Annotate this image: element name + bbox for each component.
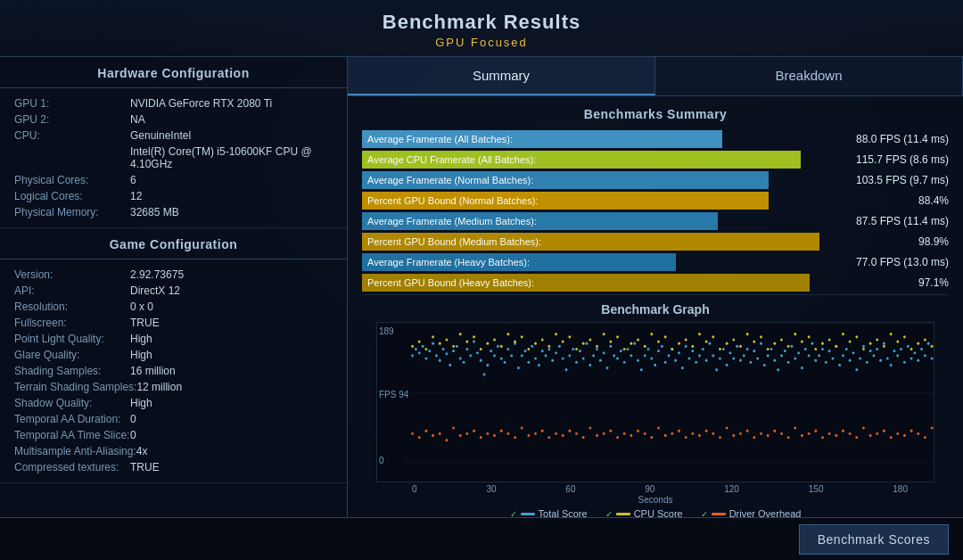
msaa-label: Multisample Anti-Aliasing:	[14, 445, 136, 457]
right-panel: Summary Breakdown Benchmarks Summary Ave…	[348, 57, 963, 517]
svg-point-177	[555, 333, 557, 335]
fullscreen-row: Fullscreen: TRUE	[14, 315, 333, 331]
bench-bar-label-1: Average Framerate (All Batches):	[367, 134, 513, 144]
svg-point-136	[866, 361, 868, 364]
svg-point-219	[842, 333, 844, 335]
svg-point-120	[811, 342, 814, 345]
svg-point-293	[821, 436, 824, 439]
graph-container: 189 FPS 94 0	[376, 322, 934, 482]
svg-point-274	[691, 432, 694, 435]
svg-point-86	[695, 361, 697, 364]
bench-bar-label-6: Percent GPU Bound (Medium Batches):	[367, 236, 541, 247]
svg-point-88	[702, 348, 704, 350]
svg-point-94	[722, 348, 725, 350]
svg-point-27	[493, 354, 496, 357]
svg-point-129	[842, 354, 844, 357]
svg-point-63	[616, 357, 619, 359]
svg-point-244	[486, 432, 489, 435]
svg-point-271	[671, 432, 673, 435]
legend-cpu-score: ✓ CPU Score	[605, 508, 683, 517]
svg-point-200	[712, 335, 714, 338]
temporal-aa-slice-label: Temporal AA Time Slice:	[14, 429, 130, 441]
graph-x-title: Seconds	[376, 495, 934, 505]
svg-point-264	[623, 432, 626, 435]
svg-point-50	[572, 348, 574, 350]
svg-point-301	[876, 432, 878, 435]
svg-point-175	[541, 338, 544, 341]
graph-y-zero: 0	[379, 456, 384, 465]
bench-bar-container-4: Percent GPU Bound (Normal Batches):	[362, 192, 824, 210]
svg-point-46	[558, 345, 561, 348]
svg-point-68	[633, 342, 636, 345]
svg-point-262	[609, 430, 612, 432]
svg-point-169	[500, 345, 503, 348]
benchmark-scores-button[interactable]: Benchmark Scores	[799, 524, 949, 555]
svg-point-174	[534, 342, 537, 345]
svg-point-67	[630, 354, 632, 357]
bench-row-5: Average Framerate (Medium Batches): 87.5…	[362, 212, 949, 230]
svg-point-246	[500, 430, 503, 432]
bench-row-3: Average Framerate (Normal Batches): 103.…	[362, 171, 949, 189]
tab-breakdown[interactable]: Breakdown	[655, 57, 963, 95]
svg-point-152	[920, 348, 923, 350]
svg-point-78	[668, 354, 671, 357]
bench-bar-7: Average Framerate (Heavy Batches):	[362, 253, 676, 271]
legend-check-driver: ✓	[701, 509, 708, 518]
temporal-aa-dur-row: Temporal AA Duration: 0	[14, 411, 333, 427]
glare-row: Glare Quality: High	[14, 347, 333, 363]
svg-point-278	[719, 436, 721, 439]
bench-bar-4: Percent GPU Bound (Normal Batches):	[362, 192, 769, 210]
svg-point-98	[736, 345, 738, 348]
svg-point-268	[650, 436, 653, 439]
svg-point-12	[442, 348, 445, 350]
svg-point-51	[575, 361, 578, 364]
svg-point-276	[705, 430, 708, 432]
svg-point-202	[726, 342, 728, 345]
svg-point-102	[750, 361, 753, 364]
svg-point-238	[445, 439, 448, 441]
svg-point-82	[681, 366, 684, 369]
svg-point-254	[555, 432, 557, 435]
bench-bar-label-8: Percent GPU Bound (Heavy Batches):	[367, 277, 534, 288]
svg-point-280	[732, 434, 735, 437]
svg-point-273	[685, 436, 687, 439]
bench-bar-8: Percent GPU Bound (Heavy Batches):	[362, 274, 810, 292]
svg-point-239	[452, 426, 455, 429]
graph-section: Benchmark Graph 189 FPS 94 0	[362, 294, 949, 517]
bench-bar-container-6: Percent GPU Bound (Medium Batches):	[362, 233, 824, 251]
svg-point-290	[801, 434, 803, 437]
svg-point-181	[582, 342, 585, 345]
cpu-row: CPU: GenuineIntel	[14, 128, 333, 144]
svg-point-225	[883, 345, 885, 348]
svg-point-183	[596, 345, 598, 348]
svg-point-294	[828, 432, 831, 435]
svg-point-144	[893, 350, 895, 352]
svg-point-116	[797, 351, 800, 354]
tab-summary[interactable]: Summary	[348, 57, 655, 95]
bench-bar-label-5: Average Framerate (Medium Batches):	[367, 216, 537, 226]
svg-point-123	[821, 348, 824, 350]
glare-label: Glare Quality:	[14, 349, 130, 361]
svg-point-148	[907, 345, 910, 348]
point-light-label: Point Light Quality:	[14, 333, 130, 345]
svg-point-126	[832, 357, 835, 359]
svg-point-235	[424, 430, 427, 432]
svg-point-173	[527, 348, 530, 350]
svg-point-114	[791, 345, 794, 348]
svg-point-269	[657, 426, 660, 429]
header-subtitle: GPU Focused	[0, 36, 963, 49]
shading-samples-row: Shading Samples: 16 million	[14, 363, 333, 379]
svg-point-286	[773, 430, 776, 432]
resolution-row: Resolution: 0 x 0	[14, 299, 333, 315]
svg-point-40	[538, 364, 540, 366]
msaa-row: Multisample Anti-Aliasing: 4x	[14, 443, 333, 459]
svg-point-250	[527, 434, 530, 437]
bench-bar-2: Average CPU Framerate (All Batches):	[362, 151, 801, 169]
svg-point-216	[821, 342, 824, 345]
cpu-score-dots	[411, 333, 933, 350]
svg-point-159	[432, 335, 434, 338]
hardware-section-header: Hardware Configuration	[0, 57, 347, 88]
svg-point-107	[767, 354, 770, 357]
svg-point-118	[804, 348, 807, 350]
temporal-aa-dur-label: Temporal AA Duration:	[14, 413, 130, 425]
